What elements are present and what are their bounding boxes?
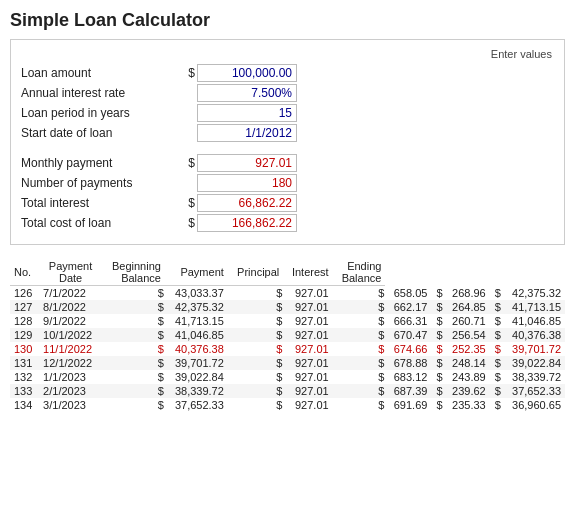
dollar-sign: $ (228, 398, 283, 412)
col-principal-header: Principal (228, 259, 283, 286)
table-cell: 37,652.33 (502, 384, 565, 398)
table-cell: 927.01 (283, 370, 332, 384)
total-cost-value (197, 214, 297, 232)
interest-rate-input[interactable] (197, 84, 297, 102)
table-cell: 128 (10, 314, 39, 328)
table-cell: 130 (10, 342, 39, 356)
dollar-sign: $ (102, 384, 165, 398)
table-cell: 691.69 (385, 398, 431, 412)
table-cell: 670.47 (385, 328, 431, 342)
table-cell: 248.14 (444, 356, 490, 370)
dollar-sign: $ (102, 314, 165, 328)
dollar-sign: $ (333, 286, 386, 301)
col-no-header: No. (10, 259, 39, 286)
table-cell: 666.31 (385, 314, 431, 328)
table-cell: 41,046.85 (165, 328, 228, 342)
col-date-header: PaymentDate (39, 259, 102, 286)
dollar-sign: $ (228, 300, 283, 314)
col-interest-header: Interest (283, 259, 332, 286)
dollar-sign: $ (431, 356, 443, 370)
dollar-sign: $ (102, 300, 165, 314)
page-title: Simple Loan Calculator (10, 10, 565, 31)
loan-period-row: Loan period in years (21, 104, 554, 122)
table-cell: 38,339.72 (502, 370, 565, 384)
amortization-table: No. PaymentDate BeginningBalance Payment… (10, 259, 565, 412)
table-cell: 235.33 (444, 398, 490, 412)
monthly-payment-label: Monthly payment (21, 156, 181, 170)
num-payments-label: Number of payments (21, 176, 181, 190)
dollar-sign: $ (333, 342, 386, 356)
table-cell: 39,701.72 (165, 356, 228, 370)
table-cell: 126 (10, 286, 39, 301)
dollar-sign: $ (228, 342, 283, 356)
table-row: 1267/1/2022$43,033.37$927.01$658.05$268.… (10, 286, 565, 301)
monthly-payment-currency: $ (181, 156, 195, 170)
enter-values-label: Enter values (21, 48, 554, 60)
dollar-sign: $ (333, 398, 386, 412)
table-cell: 243.89 (444, 370, 490, 384)
monthly-payment-value (197, 154, 297, 172)
table-cell: 40,376.38 (165, 342, 228, 356)
table-cell: 927.01 (283, 384, 332, 398)
table-cell: 132 (10, 370, 39, 384)
loan-period-label: Loan period in years (21, 106, 181, 120)
table-cell: 134 (10, 398, 39, 412)
dollar-sign: $ (333, 300, 386, 314)
dollar-sign: $ (333, 328, 386, 342)
table-cell: 260.71 (444, 314, 490, 328)
table-cell: 927.01 (283, 356, 332, 370)
table-cell: 38,339.72 (165, 384, 228, 398)
table-row: 13011/1/2022$40,376.38$927.01$674.66$252… (10, 342, 565, 356)
dollar-sign: $ (490, 398, 502, 412)
dollar-sign: $ (102, 342, 165, 356)
table-cell: 37,652.33 (165, 398, 228, 412)
col-beg-bal-header: BeginningBalance (102, 259, 165, 286)
table-cell: 687.39 (385, 384, 431, 398)
table-row: 1321/1/2023$39,022.84$927.01$683.12$243.… (10, 370, 565, 384)
table-row: 1332/1/2023$38,339.72$927.01$687.39$239.… (10, 384, 565, 398)
dollar-sign: $ (228, 328, 283, 342)
dollar-sign: $ (490, 370, 502, 384)
table-row: 12910/1/2022$41,046.85$927.01$670.47$256… (10, 328, 565, 342)
dollar-sign: $ (490, 384, 502, 398)
dollar-sign: $ (431, 370, 443, 384)
table-cell: 256.54 (444, 328, 490, 342)
total-cost-currency: $ (181, 216, 195, 230)
loan-amount-label: Loan amount (21, 66, 181, 80)
dollar-sign: $ (228, 356, 283, 370)
table-cell: 41,046.85 (502, 314, 565, 328)
start-date-row: Start date of loan (21, 124, 554, 142)
dollar-sign: $ (490, 328, 502, 342)
table-row: 1343/1/2023$37,652.33$927.01$691.69$235.… (10, 398, 565, 412)
table-cell: 9/1/2022 (39, 314, 102, 328)
total-interest-value (197, 194, 297, 212)
total-interest-label: Total interest (21, 196, 181, 210)
table-row: 1278/1/2022$42,375.32$927.01$662.17$264.… (10, 300, 565, 314)
table-cell: 40,376.38 (502, 328, 565, 342)
total-interest-currency: $ (181, 196, 195, 210)
start-date-input[interactable] (197, 124, 297, 142)
table-cell: 42,375.32 (165, 300, 228, 314)
loan-period-input[interactable] (197, 104, 297, 122)
dollar-sign: $ (490, 356, 502, 370)
amortization-table-section: No. PaymentDate BeginningBalance Payment… (10, 259, 565, 412)
table-cell: 927.01 (283, 342, 332, 356)
table-cell: 268.96 (444, 286, 490, 301)
loan-amount-input[interactable] (197, 64, 297, 82)
table-cell: 927.01 (283, 314, 332, 328)
table-cell: 39,701.72 (502, 342, 565, 356)
table-cell: 131 (10, 356, 39, 370)
table-cell: 43,033.37 (165, 286, 228, 301)
dollar-sign: $ (102, 370, 165, 384)
dollar-sign: $ (431, 384, 443, 398)
dollar-sign: $ (333, 314, 386, 328)
dollar-sign: $ (431, 328, 443, 342)
table-row: 13112/1/2022$39,701.72$927.01$678.88$248… (10, 356, 565, 370)
table-cell: 41,713.15 (165, 314, 228, 328)
dollar-sign: $ (228, 286, 283, 301)
total-cost-label: Total cost of loan (21, 216, 181, 230)
dollar-sign: $ (490, 286, 502, 301)
loan-amount-row: Loan amount $ (21, 64, 554, 82)
table-cell: 662.17 (385, 300, 431, 314)
dollar-sign: $ (431, 398, 443, 412)
